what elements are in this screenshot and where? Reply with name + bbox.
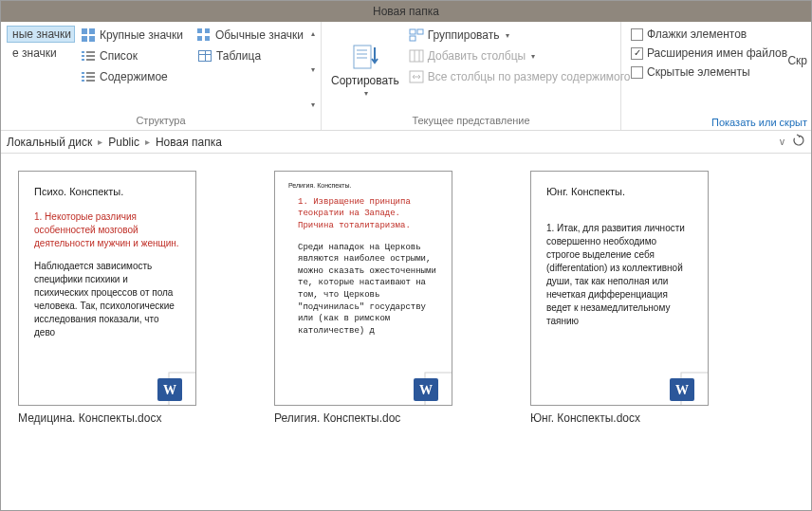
view-huge-icons-button[interactable]: ные значки <box>7 26 75 43</box>
view-normal-icons-button[interactable]: Обычные значки <box>192 26 309 45</box>
ribbon-group-view: Сортировать ▾ Группировать ▾ Добавить ст… <box>322 22 621 130</box>
preview-title: Юнг. Конспекты. <box>546 185 692 199</box>
add-columns-button[interactable]: Добавить столбцы ▾ <box>403 46 637 65</box>
preview-heading: 1. Извращение принципа теократии на Запа… <box>288 196 438 232</box>
file-extensions-toggle[interactable]: Расширения имен файлов <box>627 45 791 62</box>
sort-icon <box>350 42 380 72</box>
file-name: Юнг. Конспекты.docx <box>525 411 714 425</box>
file-thumbnail: Психо. Конспекты. 1. Некоторые различия … <box>18 171 196 406</box>
content-icon <box>81 69 96 84</box>
ribbon-group-layout: ные значки е значки Крупные значки Списо… <box>1 22 322 130</box>
label: Список <box>100 49 138 63</box>
label: е значки <box>12 46 57 60</box>
ribbon-cut-text: Скр <box>787 54 807 67</box>
preview-heading: 1. Некоторые различия особенностей мозго… <box>34 210 180 250</box>
file-thumbnail: Религия. Конспекты. 1. Извращение принци… <box>274 171 452 406</box>
label: Добавить столбцы <box>428 49 526 63</box>
table-icon <box>197 48 212 64</box>
label: Расширения имен файлов <box>647 46 787 60</box>
view-large-icons-button[interactable]: Крупные значки <box>75 26 192 45</box>
word-icon: W <box>156 369 196 406</box>
label: Сортировать <box>331 74 399 87</box>
preview-title: Психо. Конспекты. <box>34 185 180 199</box>
svg-text:W: W <box>419 383 433 397</box>
chevron-down-icon: ▾ <box>531 52 535 61</box>
preview-body: Наблюдается зависимость специфики психик… <box>34 260 180 339</box>
label: Флажки элементов <box>647 27 747 41</box>
label: ные значки <box>12 27 71 41</box>
breadcrumb-part[interactable]: Public <box>108 136 139 149</box>
grid-small-icon <box>197 27 212 43</box>
svg-text:W: W <box>163 383 176 397</box>
checkbox-checked-icon <box>631 47 643 60</box>
file-item[interactable]: Религия. Конспекты. 1. Извращение принци… <box>268 171 458 493</box>
label: Содержимое <box>100 70 168 83</box>
checkbox-icon <box>631 28 643 41</box>
group-by-button[interactable]: Группировать ▾ <box>403 26 637 45</box>
label: Группировать <box>428 28 500 42</box>
ribbon-overflow-label: Показать или скрыт <box>711 117 807 128</box>
checkbox-icon <box>631 66 643 79</box>
file-list: Психо. Конспекты. 1. Некоторые различия … <box>1 154 811 510</box>
label: Обычные значки <box>215 28 304 42</box>
add-columns-icon <box>409 48 424 64</box>
svg-rect-4 <box>410 29 415 34</box>
ribbon-group-view-label: Текущее представление <box>327 113 615 128</box>
label: Крупные значки <box>100 28 183 42</box>
chevron-right-icon[interactable]: ▸ <box>96 137 104 147</box>
label: Все столбцы по размеру содержимого <box>428 70 631 83</box>
window-title: Новая папка <box>373 5 439 18</box>
view-medium-icons-button[interactable]: е значки <box>7 45 75 62</box>
breadcrumb: Локальный диск ▸ Public ▸ Новая папка v <box>1 131 811 154</box>
fit-columns-button[interactable]: Все столбцы по размеру содержимого <box>403 67 637 86</box>
refresh-icon[interactable] <box>792 134 805 150</box>
svg-rect-7 <box>410 50 423 62</box>
file-thumbnail: Юнг. Конспекты. 1. Итак, для развития ли… <box>530 171 709 406</box>
word-icon: W <box>412 369 452 406</box>
expand-gallery-icon[interactable]: ▾ <box>311 100 315 109</box>
hidden-items-toggle[interactable]: Скрытые элементы <box>627 64 791 81</box>
sort-button[interactable]: Сортировать ▾ <box>327 26 403 113</box>
view-table-button[interactable]: Таблица <box>192 46 309 65</box>
view-content-button[interactable]: Содержимое <box>75 67 192 86</box>
svg-text:W: W <box>675 383 689 397</box>
label: Таблица <box>216 49 261 63</box>
file-name: Религия. Конспекты.doc <box>268 411 458 425</box>
svg-rect-0 <box>354 46 371 68</box>
list-icon <box>81 48 96 64</box>
breadcrumb-dropdown-icon[interactable]: v <box>780 137 784 147</box>
preview-title: Религия. Конспекты. <box>288 181 438 191</box>
ribbon: ные значки е значки Крупные значки Списо… <box>1 22 811 131</box>
chevron-down-icon: ▾ <box>506 31 509 40</box>
svg-rect-6 <box>417 29 423 34</box>
file-name: Медицина. Конспекты.docx <box>12 411 202 425</box>
file-item[interactable]: Юнг. Конспекты. 1. Итак, для развития ли… <box>525 171 714 493</box>
chevron-down-icon: ▾ <box>364 89 368 98</box>
item-checkboxes-toggle[interactable]: Флажки элементов <box>627 26 791 43</box>
file-item[interactable]: Психо. Конспекты. 1. Некоторые различия … <box>12 171 202 493</box>
group-icon <box>409 27 424 43</box>
label: Скрытые элементы <box>647 65 750 79</box>
word-icon: W <box>668 369 709 406</box>
ribbon-group-layout-label: Структура <box>7 113 315 128</box>
view-list-button[interactable]: Список <box>75 46 192 65</box>
fit-columns-icon <box>409 69 424 84</box>
preview-body: Среди нападок на Церковь являются наибол… <box>288 242 438 338</box>
breadcrumb-part[interactable]: Новая папка <box>156 136 222 149</box>
ribbon-group-show: Флажки элементов Расширения имен файлов … <box>621 22 811 130</box>
scroll-up-icon[interactable]: ▴ <box>311 29 315 38</box>
window-titlebar: Новая папка <box>1 1 811 22</box>
svg-rect-5 <box>410 36 415 41</box>
breadcrumb-part[interactable]: Локальный диск <box>7 136 92 149</box>
preview-body: 1. Итак, для развития личности совершенн… <box>546 222 692 328</box>
chevron-right-icon[interactable]: ▸ <box>143 137 152 147</box>
grid-icon <box>81 27 96 43</box>
scroll-down-icon[interactable]: ▾ <box>311 65 315 74</box>
